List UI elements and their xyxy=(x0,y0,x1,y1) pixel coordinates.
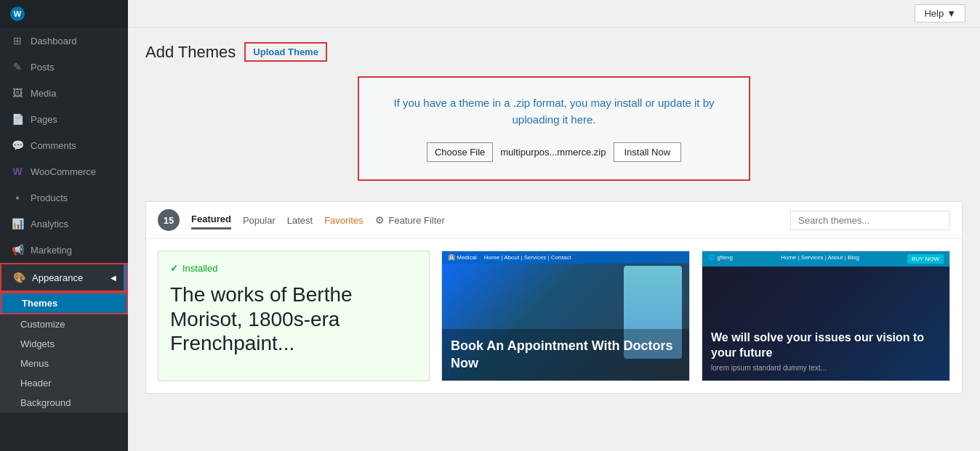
sidebar-item-media[interactable]: 🖼 Media xyxy=(0,80,128,106)
menus-label: Menus xyxy=(20,358,49,369)
card2-content: Book An Appointment With Doctors Now xyxy=(442,329,689,381)
customize-label: Customize xyxy=(20,319,65,330)
card3-header-bar: 🌐 gfleng Home | Services | About | Blog … xyxy=(702,251,949,267)
upload-theme-button[interactable]: Upload Theme xyxy=(244,42,327,62)
wp-logo: W xyxy=(0,0,128,28)
sidebar-item-label: Media xyxy=(31,88,56,99)
theme-card-medical[interactable]: 🏥 Medical Home | About | Services | Cont… xyxy=(441,251,690,381)
card3-nav: Home | Services | About | Blog xyxy=(781,254,859,264)
sidebar-item-products[interactable]: ▪ Products xyxy=(0,184,128,211)
installed-label: Installed xyxy=(182,263,217,274)
feature-filter-button[interactable]: ⚙ Feature Filter xyxy=(375,214,445,226)
card3-sub: lorem ipsum standard dummy text... xyxy=(711,364,941,372)
sidebar-item-label: Posts xyxy=(31,62,55,73)
widgets-label: Widgets xyxy=(20,338,55,349)
sidebar-item-background[interactable]: Background xyxy=(0,393,128,413)
content-area: Add Themes Upload Theme If you have a th… xyxy=(128,28,980,451)
topbar: Help ▼ xyxy=(128,0,980,28)
sidebar-item-menus[interactable]: Menus xyxy=(0,354,128,373)
chevron-down-icon: ▼ xyxy=(947,8,956,19)
tab-popular[interactable]: Popular xyxy=(243,212,276,229)
sidebar-item-dashboard[interactable]: ⊞ Dashboard xyxy=(0,28,128,54)
dashboard-icon: ⊞ xyxy=(10,33,25,48)
card2-nav: Home | About | Services | Contact xyxy=(484,254,571,261)
sidebar-item-label: Analytics xyxy=(31,219,68,229)
woocommerce-icon: W xyxy=(10,164,25,179)
filename-display: multipurpos...mmerce.zip xyxy=(500,147,606,158)
theme-card-berthe[interactable]: Installed The works of Berthe Morisot, 1… xyxy=(158,251,430,381)
help-button[interactable]: Help ▼ xyxy=(915,4,965,23)
installed-badge: Installed xyxy=(170,263,417,274)
comments-icon: 💬 xyxy=(10,138,25,153)
sidebar-item-comments[interactable]: 💬 Comments xyxy=(0,132,128,158)
marketing-icon: 📢 xyxy=(10,243,25,257)
themes-count: 15 xyxy=(158,209,180,231)
sidebar-item-appearance[interactable]: 🎨 Appearance ◀ xyxy=(0,263,128,292)
card3-logo: 🌐 gfleng xyxy=(708,254,733,264)
sidebar-item-label: Comments xyxy=(31,140,76,151)
sidebar-item-themes[interactable]: Themes xyxy=(0,292,128,314)
themes-label: Themes xyxy=(22,298,57,309)
card2-title: Book An Appointment With Doctors Now xyxy=(451,338,680,372)
upload-info-text: If you have a theme in a .zip format, yo… xyxy=(377,95,731,128)
posts-icon: ✎ xyxy=(10,60,25,74)
sidebar-item-label: Products xyxy=(31,192,68,203)
card3-cta: BUY NOW xyxy=(907,254,944,264)
sidebar-item-label: Dashboard xyxy=(31,36,77,46)
pages-icon: 📄 xyxy=(10,112,25,126)
sidebar-item-customize[interactable]: Customize xyxy=(0,314,128,334)
theme-card-title: The works of Berthe Morisot, 1800s-era F… xyxy=(170,283,417,356)
tab-featured[interactable]: Featured xyxy=(191,211,231,229)
choose-file-button[interactable]: Choose File xyxy=(427,142,493,162)
card2-logo: 🏥 Medical xyxy=(448,254,477,261)
page-header: Add Themes Upload Theme xyxy=(145,42,963,62)
sidebar: W ⊞ Dashboard ✎ Posts 🖼 Media 📄 Pages 💬 … xyxy=(0,0,128,451)
upload-controls: Choose File multipurpos...mmerce.zip Ins… xyxy=(377,142,731,162)
header-label: Header xyxy=(20,378,52,389)
card3-content: We will solve your issues our vision to … xyxy=(702,322,949,381)
install-now-button[interactable]: Install Now xyxy=(614,142,682,162)
themes-nav: 15 Featured Popular Latest Favorites ⚙ F… xyxy=(146,202,962,239)
sidebar-item-analytics[interactable]: 📊 Analytics xyxy=(0,211,128,237)
background-label: Background xyxy=(20,397,71,408)
collapse-arrow: ◀ xyxy=(111,274,116,282)
feature-filter-label: Feature Filter xyxy=(389,215,445,226)
themes-grid: Installed The works of Berthe Morisot, 1… xyxy=(146,239,962,393)
media-icon: 🖼 xyxy=(10,86,25,100)
sidebar-item-marketing[interactable]: 📢 Marketing xyxy=(0,237,128,263)
themes-search xyxy=(790,211,950,230)
sidebar-item-label: Appearance xyxy=(32,272,83,283)
card2-header-bar: 🏥 Medical Home | About | Services | Cont… xyxy=(442,251,689,264)
sidebar-item-widgets[interactable]: Widgets xyxy=(0,334,128,354)
appearance-icon: 🎨 xyxy=(12,270,26,285)
sidebar-item-label: Marketing xyxy=(31,245,72,256)
sidebar-item-posts[interactable]: ✎ Posts xyxy=(0,54,128,80)
themes-search-input[interactable] xyxy=(790,211,950,230)
sidebar-item-label: Pages xyxy=(31,114,57,125)
gear-icon: ⚙ xyxy=(375,214,385,226)
tab-favorites[interactable]: Favorites xyxy=(324,212,363,229)
analytics-icon: 📊 xyxy=(10,216,25,231)
upload-section: If you have a theme in a .zip format, yo… xyxy=(358,76,750,181)
card3-title: We will solve your issues our vision to … xyxy=(711,330,941,361)
main-area: Help ▼ Add Themes Upload Theme If you ha… xyxy=(128,0,980,451)
appearance-submenu: Themes Customize Widgets Menus Header Ba… xyxy=(0,292,128,413)
products-icon: ▪ xyxy=(10,190,25,205)
sidebar-item-label: WooCommerce xyxy=(31,166,96,177)
page-title: Add Themes xyxy=(145,43,236,62)
tab-latest[interactable]: Latest xyxy=(287,212,313,229)
help-label: Help xyxy=(924,8,944,19)
themes-section: 15 Featured Popular Latest Favorites ⚙ F… xyxy=(145,201,963,394)
sidebar-item-woocommerce[interactable]: W WooCommerce xyxy=(0,158,128,184)
sidebar-item-pages[interactable]: 📄 Pages xyxy=(0,106,128,132)
sidebar-item-header[interactable]: Header xyxy=(0,373,128,393)
wp-icon: W xyxy=(10,7,25,21)
theme-card-corporate[interactable]: 🌐 gfleng Home | Services | About | Blog … xyxy=(702,251,950,381)
